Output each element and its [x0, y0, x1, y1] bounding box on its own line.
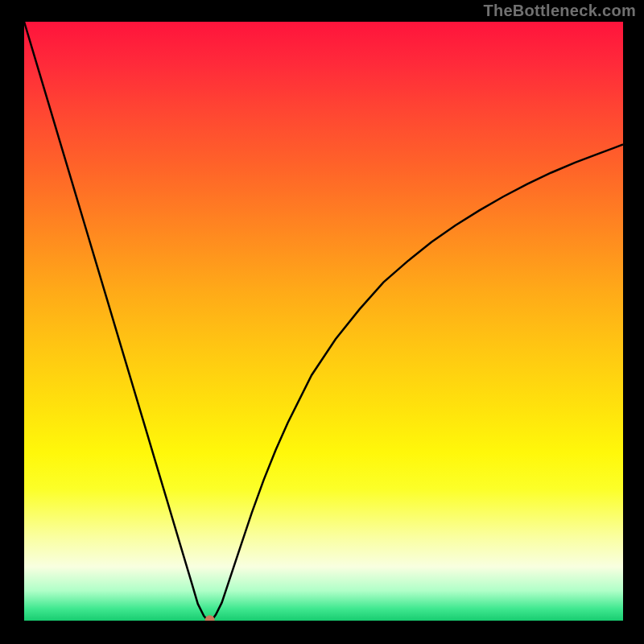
- watermark-text: TheBottleneck.com: [483, 2, 636, 20]
- chart-plot-area: [24, 22, 623, 621]
- minimum-marker: [205, 615, 215, 621]
- bottleneck-curve: [24, 22, 623, 620]
- chart-svg: [24, 22, 623, 621]
